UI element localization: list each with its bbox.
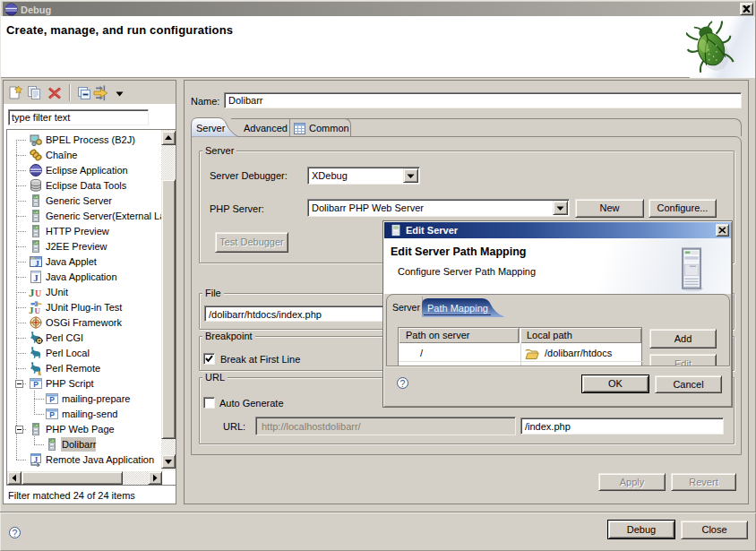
svg-text:P: P	[49, 410, 55, 419]
svg-text:J: J	[34, 455, 39, 464]
svg-text:J: J	[33, 272, 39, 283]
svg-text:J: J	[35, 259, 39, 268]
svg-text:J: J	[29, 286, 35, 299]
svg-text:P: P	[33, 380, 39, 389]
svg-text:P: P	[49, 395, 55, 404]
svg-text:J: J	[29, 305, 34, 314]
svg-text:U: U	[34, 306, 40, 314]
svg-text:U: U	[35, 288, 41, 298]
